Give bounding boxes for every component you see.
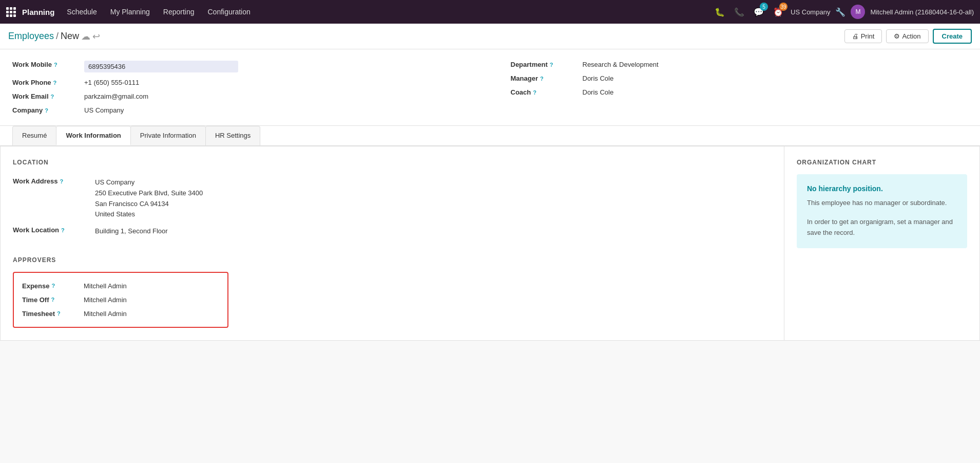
phone-icon[interactable]: 📞 <box>732 5 746 19</box>
left-panel: LOCATION Work Address ? US Company 250 E… <box>1 146 784 340</box>
breadcrumb-bar: Employees / New ☁ ↩ 🖨 Print ⚙ Action Cre… <box>0 24 980 49</box>
grid-icon[interactable] <box>6 7 16 17</box>
breadcrumb-current: New <box>61 31 79 42</box>
right-column: Department ? Research & Development Mana… <box>490 58 968 117</box>
work-address-value: US Company 250 Executive Park Blvd, Suit… <box>95 177 203 220</box>
breadcrumb-separator: / <box>56 31 59 42</box>
main-content: Work Mobile ? 6895395436 Work Phone ? +1… <box>0 49 980 463</box>
right-panel: ORGANIZATION CHART No hierarchy position… <box>784 146 979 340</box>
wrench-icon[interactable]: 🔧 <box>835 7 846 17</box>
tab-hr-settings[interactable]: HR Settings <box>205 126 260 145</box>
top-navigation: Planning Schedule My Planning Reporting … <box>0 0 980 24</box>
approvers-section: APPROVERS Expense ? Mitchell Admin Time … <box>13 256 772 328</box>
company-label: US Company <box>791 8 830 16</box>
work-email-value[interactable]: parkzaim@gmail.com <box>84 92 148 100</box>
org-chart-text2: In order to get an organigram, set a man… <box>807 217 957 238</box>
cloud-icon[interactable]: ☁ <box>81 31 90 42</box>
approvers-title: APPROVERS <box>13 256 772 264</box>
chat-icon[interactable]: 💬 5 <box>752 5 766 19</box>
manager-value[interactable]: Doris Cole <box>583 75 614 82</box>
org-chart-title: ORGANIZATION CHART <box>797 159 967 166</box>
timesheet-value[interactable]: Mitchell Admin <box>84 310 127 318</box>
nav-right: 🐛 📞 💬 5 ⏰ 39 US Company 🔧 M Mitchell Adm… <box>713 5 974 19</box>
timesheet-label: Timesheet ? <box>22 310 84 318</box>
work-mobile-row: Work Mobile ? 6895395436 <box>12 58 470 76</box>
left-column: Work Mobile ? 6895395436 Work Phone ? +1… <box>12 58 490 117</box>
work-email-label: Work Email ? <box>12 92 84 100</box>
work-mobile-label: Work Mobile ? <box>12 61 84 68</box>
work-mobile-help-icon[interactable]: ? <box>54 62 57 68</box>
time-off-row: Time Off ? Mitchell Admin <box>22 293 219 307</box>
bug-icon[interactable]: 🐛 <box>713 5 727 19</box>
work-email-row: Work Email ? parkzaim@gmail.com <box>12 89 470 103</box>
manager-row: Manager ? Doris Cole <box>511 71 968 85</box>
approvers-box: Expense ? Mitchell Admin Time Off ? Mitc… <box>13 272 228 328</box>
work-address-label: Work Address ? <box>13 177 95 185</box>
nav-items: Schedule My Planning Reporting Configura… <box>61 5 710 19</box>
time-off-label: Time Off ? <box>22 296 84 304</box>
action-button[interactable]: ⚙ Action <box>886 29 928 43</box>
expense-help-icon[interactable]: ? <box>51 283 55 289</box>
org-chart-no-hierarchy: No hierarchy position. <box>807 184 957 193</box>
org-chart-box: No hierarchy position. This employee has… <box>797 174 967 248</box>
coach-row: Coach ? Doris Cole <box>511 85 968 99</box>
avatar[interactable]: M <box>851 5 865 19</box>
tab-work-information[interactable]: Work Information <box>56 126 130 145</box>
expense-label: Expense ? <box>22 282 84 290</box>
work-phone-help-icon[interactable]: ? <box>53 80 57 86</box>
time-off-value[interactable]: Mitchell Admin <box>84 296 127 304</box>
activity-badge: 39 <box>779 3 787 11</box>
work-address-line3: San Francisco CA 94134 <box>95 199 203 210</box>
print-button[interactable]: 🖨 Print <box>844 29 882 43</box>
tab-private-information[interactable]: Private Information <box>130 126 206 145</box>
department-help-icon[interactable]: ? <box>550 62 553 68</box>
nav-schedule[interactable]: Schedule <box>61 5 103 19</box>
work-address-field: Work Address ? US Company 250 Executive … <box>13 174 772 223</box>
company-row: Company ? US Company <box>12 103 470 117</box>
toolbar-actions: 🖨 Print ⚙ Action Create <box>844 29 972 44</box>
org-chart-text1: This employee has no manager or subordin… <box>807 198 957 209</box>
work-address-line2: 250 Executive Park Blvd, Suite 3400 <box>95 188 203 199</box>
timesheet-help-icon[interactable]: ? <box>57 310 61 317</box>
company-label-field: Company ? <box>12 106 84 114</box>
location-title: LOCATION <box>13 159 772 166</box>
work-location-label: Work Location ? <box>13 226 95 234</box>
tabs-container: Resumé Work Information Private Informat… <box>0 126 980 146</box>
manager-label: Manager ? <box>511 75 583 82</box>
work-location-help-icon[interactable]: ? <box>61 227 65 233</box>
coach-label: Coach ? <box>511 88 583 96</box>
coach-value[interactable]: Doris Cole <box>583 88 614 96</box>
employee-fields-area: Work Mobile ? 6895395436 Work Phone ? +1… <box>0 49 980 126</box>
app-name: Planning <box>22 8 54 16</box>
work-mobile-value[interactable]: 6895395436 <box>84 61 238 72</box>
app-brand[interactable]: Planning <box>6 7 54 17</box>
create-button[interactable]: Create <box>933 29 972 44</box>
company-help-icon[interactable]: ? <box>45 107 48 114</box>
work-address-line1: US Company <box>95 177 203 188</box>
undo-icon[interactable]: ↩ <box>92 31 100 42</box>
breadcrumb-link[interactable]: Employees <box>8 31 54 42</box>
user-name: Mitchell Admin (21680404-16-0-all) <box>870 8 974 16</box>
nav-reporting[interactable]: Reporting <box>157 5 201 19</box>
coach-help-icon[interactable]: ? <box>533 89 536 96</box>
expense-value[interactable]: Mitchell Admin <box>84 282 127 290</box>
form-body: LOCATION Work Address ? US Company 250 E… <box>0 146 980 341</box>
company-value[interactable]: US Company <box>84 106 124 114</box>
work-phone-row: Work Phone ? +1 (650) 555-0111 <box>12 76 470 89</box>
department-value[interactable]: Research & Development <box>583 61 659 68</box>
printer-icon: 🖨 <box>852 32 859 40</box>
nav-configuration[interactable]: Configuration <box>201 5 256 19</box>
tab-resume[interactable]: Resumé <box>12 126 56 145</box>
department-label: Department ? <box>511 61 583 68</box>
work-phone-value[interactable]: +1 (650) 555-0111 <box>84 79 139 86</box>
timesheet-row: Timesheet ? Mitchell Admin <box>22 307 219 321</box>
activity-icon[interactable]: ⏰ 39 <box>771 5 785 19</box>
chat-badge: 5 <box>760 3 768 11</box>
work-location-value[interactable]: Building 1, Second Floor <box>95 226 168 237</box>
work-email-help-icon[interactable]: ? <box>51 94 54 100</box>
nav-my-planning[interactable]: My Planning <box>104 5 156 19</box>
manager-help-icon[interactable]: ? <box>540 76 544 82</box>
work-address-help-icon[interactable]: ? <box>60 178 63 184</box>
time-off-help-icon[interactable]: ? <box>51 297 55 303</box>
work-address-line4: United States <box>95 209 203 220</box>
